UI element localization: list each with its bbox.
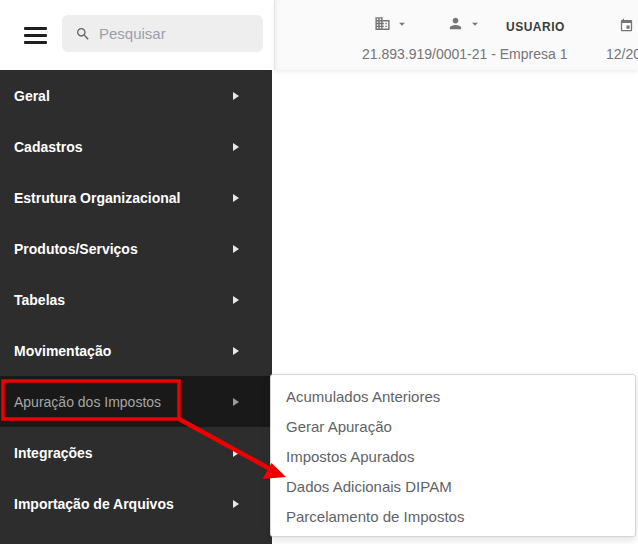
sidebar-item-label: Movimentação: [14, 343, 111, 359]
app-window: USUARIO 21.893.919/0001-21 - Empresa 1 1…: [0, 0, 638, 544]
sidebar-menu: Geral Cadastros Estrutura Organizacional…: [0, 70, 272, 544]
sidebar-item-label: Cadastros: [14, 139, 82, 155]
sidebar-item-geral[interactable]: Geral: [0, 70, 272, 121]
chevron-right-icon: [233, 398, 239, 406]
company-selector-value[interactable]: 21.893.919/0001-21 - Empresa 1: [362, 46, 572, 62]
chevron-right-icon: [233, 500, 239, 508]
chevron-right-icon: [233, 92, 239, 100]
search-input[interactable]: [99, 25, 249, 42]
sidebar-item-cadastros[interactable]: Cadastros: [0, 121, 272, 172]
hamburger-menu-icon[interactable]: [24, 27, 47, 44]
hamburger-bar: [24, 34, 47, 37]
sidebar-item-label: Estrutura Organizacional: [14, 190, 180, 206]
user-name-label: USUARIO: [506, 20, 576, 34]
calendar-icon[interactable]: [619, 18, 634, 33]
sidebar-item-estrutura-organizacional[interactable]: Estrutura Organizacional: [0, 172, 272, 223]
top-header: USUARIO 21.893.919/0001-21 - Empresa 1 1…: [0, 0, 638, 70]
sidebar-item-produtos-servicos[interactable]: Produtos/Serviços: [0, 223, 272, 274]
chevron-right-icon: [233, 143, 239, 151]
sidebar-item-label: Tabelas: [14, 292, 65, 308]
period-selector-value[interactable]: 12/20: [606, 46, 638, 62]
user-dropdown-caret-icon[interactable]: [468, 17, 482, 31]
submenu-popup: Acumulados Anteriores Gerar Apuração Imp…: [270, 374, 636, 537]
chevron-right-icon: [233, 245, 239, 253]
hamburger-bar: [24, 27, 47, 30]
search-box[interactable]: [62, 15, 263, 52]
submenu-item-acumulados-anteriores[interactable]: Acumulados Anteriores: [271, 381, 635, 411]
sidebar-item-label: Apuração dos Impostos: [14, 394, 161, 410]
chevron-right-icon: [233, 194, 239, 202]
search-icon: [75, 26, 91, 42]
chevron-right-icon: [233, 449, 239, 457]
submenu-item-gerar-apuracao[interactable]: Gerar Apuração: [271, 411, 635, 441]
user-icon[interactable]: [447, 15, 464, 32]
sidebar-item-importacao-de-arquivos[interactable]: Importação de Arquivos: [0, 478, 272, 529]
sidebar-item-label: Produtos/Serviços: [14, 241, 138, 257]
company-dropdown-caret-icon[interactable]: [395, 17, 409, 31]
hamburger-bar: [24, 41, 47, 44]
sidebar-item-label: Integrações: [14, 445, 93, 461]
sidebar-item-label: Geral: [14, 88, 50, 104]
submenu-item-impostos-apurados[interactable]: Impostos Apurados: [271, 441, 635, 471]
sidebar-item-apuracao-dos-impostos[interactable]: Apuração dos Impostos: [0, 376, 272, 427]
chevron-right-icon: [233, 347, 239, 355]
submenu-item-parcelamento-de-impostos[interactable]: Parcelamento de Impostos: [271, 501, 635, 531]
submenu-item-dados-adicionais-dipam[interactable]: Dados Adicionais DIPAM: [271, 471, 635, 501]
chevron-right-icon: [233, 296, 239, 304]
sidebar-item-movimentacao[interactable]: Movimentação: [0, 325, 272, 376]
sidebar-item-integracoes[interactable]: Integrações: [0, 427, 272, 478]
sidebar-item-tabelas[interactable]: Tabelas: [0, 274, 272, 325]
sidebar-item-label: Importação de Arquivos: [14, 496, 174, 512]
company-icon[interactable]: [374, 15, 391, 32]
